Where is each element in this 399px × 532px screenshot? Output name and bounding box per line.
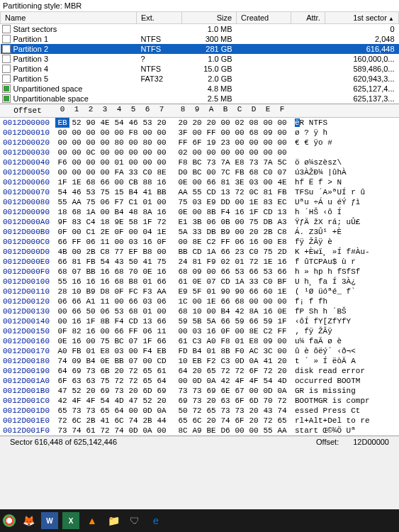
col-name[interactable]: Name <box>1 12 137 24</box>
hex-row[interactable]: 0012D001E0726C2B416C742B44656C20746F2072… <box>0 416 399 426</box>
hex-ascii[interactable]: Á. Z3Û¹ +È <box>289 227 399 237</box>
hex-bytes[interactable]: 18681A00B4488A160E008BF4161FCD13 <box>55 207 289 217</box>
hex-ascii[interactable]: Uªu ÷Á u éÝ ƒì <box>289 197 399 207</box>
file-explorer-icon[interactable]: 📁 <box>105 512 122 529</box>
hex-row[interactable]: 0012D000B00F00C12E0F00041E5A33DBB900202B… <box>0 227 399 237</box>
hex-bytes[interactable]: 0000000000F800003F00FF0000680900 <box>55 128 289 138</box>
hex-bytes[interactable]: 9F83C4189E581F72E13B060B0075DBA3 <box>55 217 289 227</box>
partition-row[interactable]: Partition 1NTFS300 MB2,048 <box>1 34 399 44</box>
hex-ascii[interactable]: u¼ faÃ ø è <box>289 336 399 346</box>
hex-ascii[interactable] <box>289 148 399 157</box>
hex-bytes[interactable]: 00000000FA33C08ED0BC007CFB68C007 <box>55 167 289 177</box>
hex-row[interactable]: 0012D001D06573736564000D0A50726573732043… <box>0 406 399 416</box>
hex-ascii[interactable]: f¡ f fh <box>289 297 399 306</box>
hex-bytes[interactable]: 0F00C12E0F00041E5A33DBB900202BC8 <box>55 227 289 237</box>
vlc-icon[interactable]: ▲ <box>84 512 101 529</box>
hex-ascii[interactable]: ( ¹Ø üóªé_ f` <box>289 287 399 297</box>
hex-ascii[interactable]: € € ÿo # <box>289 138 399 148</box>
partition-row[interactable]: Partition 5FAT322.0 GB620,943,3... <box>1 74 399 84</box>
hex-bytes[interactable]: 0666A111006603061C001E6668000000 <box>55 297 289 306</box>
shield-icon[interactable]: 🛡 <box>126 512 143 529</box>
hex-row[interactable]: 0012D001600E160075BC071F6661C3A0F801E809… <box>0 336 399 346</box>
hex-row[interactable]: 0012D001300066500653680100681000B4428A16… <box>0 306 399 316</box>
hex-ascii[interactable]: occurred BOOTM <box>289 376 399 386</box>
hex-ascii[interactable]: ‹ôÍ fY[ZfYfY <box>289 316 399 326</box>
partition-row[interactable]: Unpartitionable space2.5 MB625,137,3... <box>1 94 399 104</box>
hex-row[interactable]: 0012D000705446537515B441BBAA55CD13720C81… <box>0 187 399 197</box>
hex-ascii[interactable]: f ûTCPAu$ ù r <box>289 257 399 267</box>
partition-row[interactable]: Partition 2NTFS281 GB616,448 <box>1 44 399 54</box>
hex-row[interactable]: 0012D000C066FF06110003160F008EC2FF061600… <box>0 237 399 247</box>
hex-ascii[interactable]: ú3ÀŽĐ¼ |ûhÀ <box>289 167 399 177</box>
hex-row[interactable]: 0012D001A06F63637572726564000D0A424F4F54… <box>0 376 399 386</box>
hex-ascii[interactable]: BOOTMGR is compr <box>289 396 399 406</box>
hex-bytes[interactable]: 5446537515B441BBAA55CD13720C81FB <box>55 187 289 197</box>
hex-row[interactable]: 0012D001102810B9D80FFCF3AAE95F0190906660… <box>0 287 399 297</box>
hex-row[interactable]: 0012D001200666A111006603061C001E66680000… <box>0 297 399 306</box>
hex-ascii[interactable]: K +Èwï¸ »Í f#Àu- <box>289 247 399 257</box>
col-ext[interactable]: Ext. <box>136 12 181 24</box>
hex-row[interactable]: 0012D0005000000000FA33C08ED0BC007CFB68C0… <box>0 167 399 177</box>
col-size[interactable]: Size <box>182 12 237 24</box>
hex-ascii[interactable]: t ´ » Í ëòÃ A <box>289 356 399 366</box>
hex-ascii[interactable]: fP Sh h ´BŠ <box>289 306 399 316</box>
hex-bytes[interactable]: 726C2B416C742B44656C20746F207265 <box>55 416 289 426</box>
hex-ascii[interactable]: ö ø¼szèsz\ <box>289 157 399 167</box>
hex-ascii[interactable]: fÿ ŽÂÿ è <box>289 237 399 247</box>
hex-row[interactable]: 0012D001B04752206973206D697373696E67000D… <box>0 386 399 396</box>
hex-bytes[interactable]: 00161F8BF4CD1366595B5A665966591F <box>55 316 289 326</box>
col-first-sector[interactable]: 1st sector ▲ <box>325 12 398 24</box>
hex-bytes[interactable]: 0066500653680100681000B4428A160E <box>55 306 289 316</box>
hex-row[interactable]: 0012D00170A0FB01E80300F4EBFDB4018BF0AC3C… <box>0 346 399 356</box>
hex-row[interactable]: 0012D000200000000080008000FF6F1923000000… <box>0 138 399 148</box>
partition-row[interactable]: Partition 3?1.0 GB160,000,0... <box>1 54 399 64</box>
hex-header-offset[interactable]: Offset <box>0 104 55 117</box>
hex-bytes[interactable]: 66FF06110003160F008EC2FF061600E8 <box>55 237 289 247</box>
hex-bytes[interactable]: 7409B40EBB0700CD10EBF2C30D0A4120 <box>55 356 289 366</box>
partition-row[interactable]: Partition 4NTFS15.0 GB589,486,0... <box>1 64 399 74</box>
hex-bytes[interactable]: 4B002BC877EFB800BBCD1A6623C0752D <box>55 247 289 257</box>
hex-row[interactable]: 0012D0008055AA7506F7C101007503E9DD001E83… <box>0 197 399 207</box>
hex-row[interactable]: 0012D001005516161668B80166610E07CD1A33C0… <box>0 277 399 287</box>
word-icon[interactable]: W <box>41 512 58 529</box>
firefox-icon[interactable]: 🦊 <box>20 512 37 529</box>
hex-bytes[interactable]: 4752206973206D697373696E67000D0A <box>55 386 289 396</box>
hex-row[interactable]: 0012D0009018681A00B4488A160E008BF4161FCD… <box>0 207 399 217</box>
hex-row[interactable]: 0012D0014000161F8BF4CD1366595B5A66596659… <box>0 316 399 326</box>
hex-bytes[interactable]: 73746172740D0A008CA9BED6000055AA <box>55 426 289 436</box>
hex-ascii[interactable]: rl+Alt+Del to re <box>289 416 399 426</box>
hex-bytes[interactable]: 0000000080008000FF6F192300000000 <box>55 138 289 148</box>
hex-bytes[interactable]: 0F82160066FF06110003160F008EC2FF <box>55 326 289 336</box>
hex-body[interactable]: 0012D00000EB52904E5446532020202000020800… <box>0 118 399 436</box>
hex-bytes[interactable]: 2810B9D80FFCF3AAE95F01909066601E <box>55 287 289 297</box>
hex-row[interactable]: 0012D001906469736B2072656164206572726F72… <box>0 366 399 376</box>
hex-row[interactable]: 0012D000A09F83C4189E581F72E13B060B0075DB… <box>0 217 399 227</box>
hex-bytes[interactable]: 5516161668B80166610E07CD1A33C0BF <box>55 277 289 287</box>
hex-ascii[interactable]: h » hp h fSfSf <box>289 267 399 277</box>
hex-ascii[interactable]: start Œ©¾Ö Uª <box>289 426 399 436</box>
hex-bytes[interactable]: A0FB01E80300F4EBFDB4018BF0AC3C00 <box>55 346 289 356</box>
hex-ascii[interactable]: ‚ fÿ ŽÂÿ <box>289 326 399 336</box>
hex-bytes[interactable]: 0E160075BC071F6661C3A0F801E80900 <box>55 336 289 346</box>
hex-bytes[interactable]: 6681FB54435041752481F90201721E16 <box>55 257 289 267</box>
hex-bytes[interactable]: EB52904E544653202020200002080000 <box>55 118 289 128</box>
hex-bytes[interactable]: 55AA7506F7C101007503E9DD001E83EC <box>55 197 289 207</box>
hex-row[interactable]: 0012D001F073746172740D0A008CA9BED6000055… <box>0 426 399 436</box>
hex-row[interactable]: 0012D001807409B40EBB0700CD10EBF2C30D0A41… <box>0 356 399 366</box>
hex-bytes[interactable]: 00000C00000000000200000000000000 <box>55 148 289 157</box>
hex-row[interactable]: 0012D000F06807BB1668700E1668090066536653… <box>0 267 399 277</box>
hex-row[interactable]: 0012D000601F1E686600CB88160E0066813E0300… <box>0 177 399 187</box>
hex-ascii[interactable]: ëR NTFS <box>289 118 399 128</box>
hex-bytes[interactable]: 6573736564000D0A5072657373204374 <box>55 406 289 416</box>
partition-row[interactable]: Unpartitioned space4.8 MB625,127,4... <box>1 84 399 94</box>
hex-bytes[interactable]: 1F1E686600CB88160E0066813E03004E <box>55 177 289 187</box>
hex-bytes[interactable]: 424F4F544D475220697320636F6D7072 <box>55 396 289 406</box>
hex-ascii[interactable]: TFSu ´A»ªUÍ r û <box>289 187 399 197</box>
hex-ascii[interactable]: ø ? ÿ h <box>289 128 399 138</box>
hex-bytes[interactable]: F600000001000000F8BC737AE8737A5C <box>55 157 289 167</box>
hex-row[interactable]: 0012D000D04B002BC877EFB800BBCD1A6623C075… <box>0 247 399 257</box>
hex-ascii[interactable]: disk read error <box>289 366 399 376</box>
hex-ascii[interactable]: hf Ë f > N <box>289 177 399 187</box>
hex-bytes[interactable]: 6807BB1668700E166809006653665366 <box>55 267 289 277</box>
hex-bytes[interactable]: 6469736B2072656164206572726F7220 <box>55 366 289 376</box>
